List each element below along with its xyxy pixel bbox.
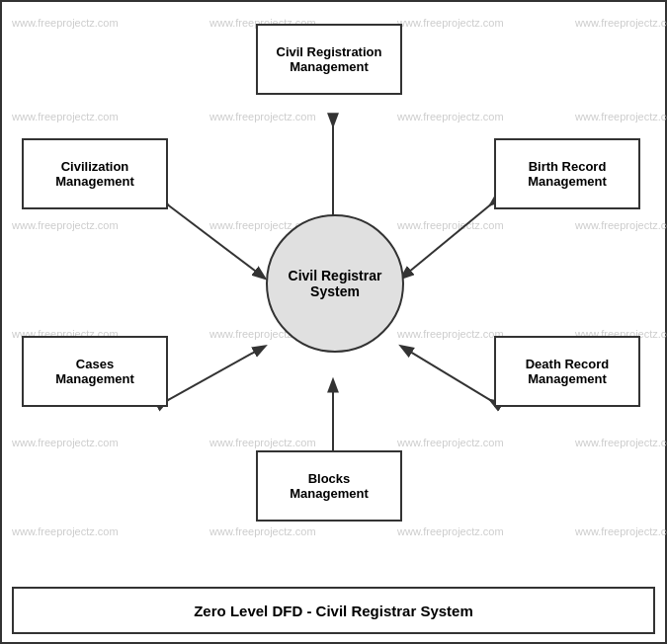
death-record-box: Death RecordManagement [494, 336, 640, 407]
birth-record-box: Birth RecordManagement [494, 138, 640, 209]
watermark-11: www.freeprojectz.com [397, 219, 504, 231]
watermark-3: www.freeprojectz.com [397, 17, 504, 29]
watermark-22: www.freeprojectz.com [209, 525, 316, 537]
birth-record-label: Birth RecordManagement [528, 159, 606, 189]
watermark-6: www.freeprojectz.com [209, 111, 316, 122]
svg-line-5 [167, 347, 264, 401]
center-circle: Civil RegistrarSystem [266, 214, 404, 353]
death-record-label: Death RecordManagement [526, 357, 610, 386]
cases-management-label: CasesManagement [55, 357, 133, 386]
cases-management-box: CasesManagement [22, 336, 168, 407]
watermark-7: www.freeprojectz.com [397, 111, 504, 122]
watermark-17: www.freeprojectz.com [12, 437, 119, 448]
civilization-management-label: CivilizationManagement [55, 159, 133, 189]
watermark-8: www.freeprojectz.com [575, 111, 667, 122]
watermark-20: www.freeprojectz.com [575, 437, 667, 448]
watermark-4: www.freeprojectz.com [575, 17, 667, 29]
watermark-9: www.freeprojectz.com [12, 219, 119, 231]
svg-line-4 [167, 204, 264, 279]
center-label: Civil RegistrarSystem [289, 268, 382, 299]
watermark-18: www.freeprojectz.com [209, 437, 316, 448]
blocks-management-label: BlocksManagement [290, 471, 368, 501]
watermark-15: www.freeprojectz.com [397, 328, 504, 340]
blocks-management-box: BlocksManagement [256, 450, 402, 522]
watermark-12: www.freeprojectz.com [575, 219, 667, 231]
main-container: www.freeprojectz.com www.freeprojectz.co… [0, 0, 667, 644]
watermark-1: www.freeprojectz.com [12, 17, 119, 29]
watermark-19: www.freeprojectz.com [397, 437, 504, 448]
watermark-24: www.freeprojectz.com [575, 525, 667, 537]
civil-registration-box: Civil RegistrationManagement [256, 24, 402, 95]
watermark-23: www.freeprojectz.com [397, 525, 504, 537]
title-box: Zero Level DFD - Civil Registrar System [12, 587, 655, 634]
diagram-title: Zero Level DFD - Civil Registrar System [194, 603, 473, 619]
civil-registration-label: Civil RegistrationManagement [277, 44, 382, 74]
watermark-5: www.freeprojectz.com [12, 111, 119, 122]
civilization-management-box: CivilizationManagement [22, 138, 168, 209]
svg-line-2 [402, 347, 491, 401]
watermark-21: www.freeprojectz.com [12, 525, 119, 537]
svg-line-1 [402, 204, 491, 279]
